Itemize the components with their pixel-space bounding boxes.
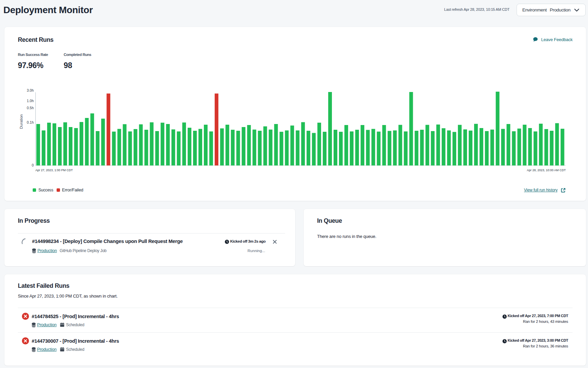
svg-text:Duration: Duration — [19, 114, 23, 129]
svg-text:0.5h: 0.5h — [27, 106, 34, 110]
svg-text:0.1h: 0.1h — [27, 120, 34, 124]
svg-text:3.0h: 3.0h — [27, 88, 34, 92]
svg-text:0: 0 — [32, 163, 34, 167]
svg-text:Apr 27, 2023, 1:00 PM CDT: Apr 27, 2023, 1:00 PM CDT — [35, 168, 73, 172]
svg-text:Apr 28, 2023, 10:00 AM CDT: Apr 28, 2023, 10:00 AM CDT — [527, 168, 566, 172]
svg-text:1.0h: 1.0h — [27, 99, 34, 103]
